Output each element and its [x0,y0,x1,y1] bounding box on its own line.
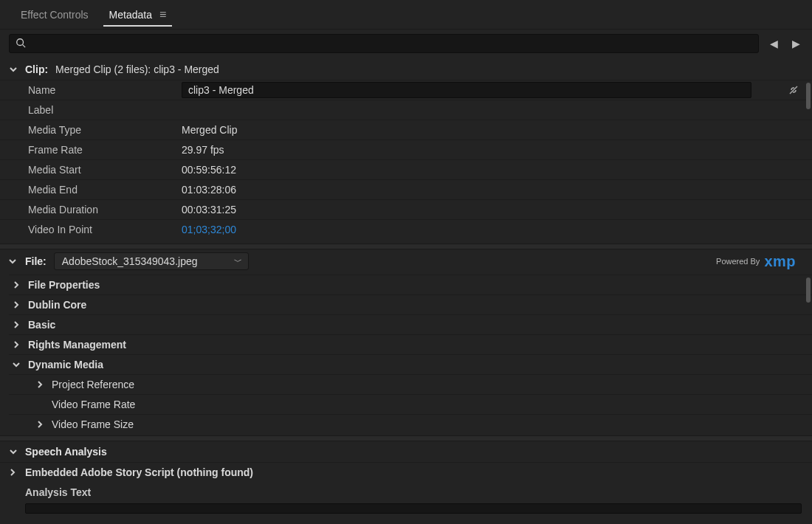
field-value: Merged Clip [182,124,237,136]
item-video-frame-size[interactable]: Video Frame Size [9,414,812,434]
scrollbar-thumb[interactable] [806,83,811,109]
item-label: Video Frame Size [52,418,134,430]
prev-result-button[interactable]: ◀ [766,36,781,51]
item-label: Video Frame Rate [52,399,135,410]
search-input[interactable] [9,34,759,53]
chevron-down-icon[interactable] [9,255,18,267]
chevron-right-icon [35,421,44,428]
clip-row-name: Name [0,80,812,100]
file-select-value: AdobeStock_315349043.jpeg [62,255,198,267]
file-select-dropdown[interactable]: AdobeStock_315349043.jpeg ﹀ [54,252,249,270]
embedded-story-label: Embedded Adobe Story Script (nothing fou… [25,466,253,478]
field-label: Media Duration [28,204,182,216]
chevron-right-icon [12,301,21,308]
clip-properties: Name Label Media Type Merged Clip Frame … [0,80,812,239]
field-label: Media Start [28,164,182,176]
item-label: Project Reference [52,379,134,390]
group-label: Rights Management [28,339,126,351]
item-project-reference[interactable]: Project Reference [9,374,812,394]
link-off-icon[interactable] [784,84,803,96]
group-dynamic-media[interactable]: Dynamic Media [9,354,812,374]
search-row: ◀ ▶ [0,30,812,59]
tab-label: Effect Controls [21,9,89,21]
powered-by-xmp: Powered By xmp [716,254,803,269]
chevron-down-icon [12,361,21,368]
item-video-frame-rate[interactable]: Video Frame Rate [9,394,812,414]
panel-menu-icon[interactable]: ≡ [159,8,166,21]
tab-label: Metadata [109,9,152,21]
file-header-label: File: [25,255,47,267]
file-metadata-tree: File Properties Dublin Core Basic Rights… [0,273,812,435]
field-label: Name [28,84,182,96]
clip-row-media-end: Media End 01:03:28:06 [0,179,812,199]
field-label: Media End [28,184,182,196]
next-result-button[interactable]: ▶ [788,36,803,51]
field-label: Label [28,104,182,116]
field-label: Media Type [28,124,182,136]
chevron-down-icon: ﹀ [234,256,242,267]
clip-header-label: Clip: [25,63,48,75]
field-value: 01:03:28:06 [182,184,236,196]
field-value: 29.97 fps [182,144,224,156]
group-basic[interactable]: Basic [9,314,812,334]
xmp-logo: xmp [764,254,796,269]
chevron-right-icon [9,466,18,478]
svg-point-0 [17,38,24,45]
field-label: Frame Rate [28,144,182,156]
clip-row-media-start: Media Start 00:59:56:12 [0,159,812,179]
speech-analysis-header[interactable]: Speech Analysis [0,441,812,462]
svg-line-1 [23,44,26,47]
group-label: Dynamic Media [28,359,103,370]
clip-name-input[interactable] [182,82,751,98]
clip-row-label: Label [0,100,812,120]
speech-analysis-section: Speech Analysis Embedded Adobe Story Scr… [0,441,812,514]
clip-header-value: Merged Clip (2 files): clip3 - Merged [55,63,219,75]
group-label: Basic [28,319,55,331]
powered-by-label: Powered By [716,257,760,266]
clip-section-header[interactable]: Clip: Merged Clip (2 files): clip3 - Mer… [0,59,812,80]
clip-row-media-type: Media Type Merged Clip [0,120,812,139]
analysis-text-label: Analysis Text [25,486,91,498]
section-divider [0,435,812,441]
clip-row-video-in-point: Video In Point 01;03;32;00 [0,219,812,239]
chevron-right-icon [35,381,44,388]
analysis-text-header: Analysis Text [0,482,812,502]
group-label: Dublin Core [28,299,86,311]
metadata-panel: Effect Controls Metadata ≡ ◀ ▶ Clip: Mer… [0,0,812,524]
search-icon [16,38,26,50]
scrollbar-thumb[interactable] [806,277,811,303]
analysis-text-input[interactable] [25,503,802,514]
chevron-down-icon [9,66,18,73]
group-dublin-core[interactable]: Dublin Core [9,294,812,314]
chevron-right-icon [12,281,21,289]
section-divider [0,244,812,249]
file-section-header: File: AdobeStock_315349043.jpeg ﹀ Powere… [0,249,812,273]
chevron-right-icon [12,321,21,328]
field-value: 00:03:31:25 [182,204,236,216]
group-rights-management[interactable]: Rights Management [9,334,812,354]
field-label: Video In Point [28,224,182,235]
embedded-story-script-row[interactable]: Embedded Adobe Story Script (nothing fou… [0,462,812,482]
speech-header-label: Speech Analysis [25,446,107,458]
tab-metadata[interactable]: Metadata ≡ [99,0,177,30]
panel-tabs: Effect Controls Metadata ≡ [0,0,812,30]
clip-row-frame-rate: Frame Rate 29.97 fps [0,139,812,159]
group-file-properties[interactable]: File Properties [9,275,812,294]
group-label: File Properties [28,279,100,291]
field-value: 00:59:56:12 [182,164,236,176]
field-value[interactable]: 01;03;32;00 [182,224,236,235]
chevron-right-icon [12,341,21,348]
chevron-down-icon [9,448,18,455]
tab-effect-controls[interactable]: Effect Controls [10,0,99,30]
clip-row-media-duration: Media Duration 00:03:31:25 [0,199,812,219]
